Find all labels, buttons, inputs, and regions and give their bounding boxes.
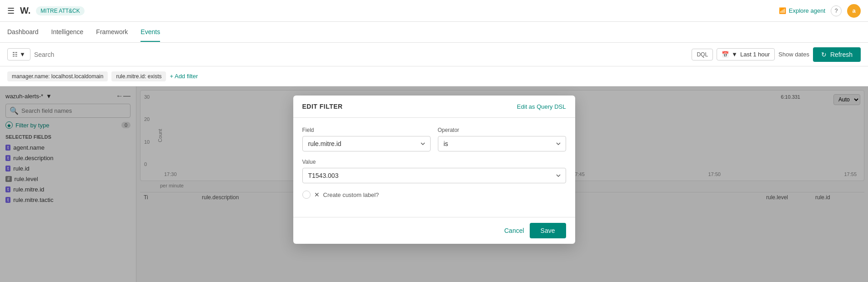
add-filter-button[interactable]: + Add filter [170,73,198,80]
custom-label-radio[interactable] [302,191,311,199]
modal-footer: Cancel Save [293,217,575,244]
operator-select[interactable]: is [438,136,566,151]
filter-chip-manager[interactable]: manager.name: localhost.localdomain [7,71,108,81]
nav-intelligence[interactable]: Intelligence [51,23,84,42]
operator-selector-wrap: Operator is [438,127,566,151]
field-operator-row: Field rule.mitre.id Operator is [302,127,566,151]
mitre-badge: MITRE ATT&CK [36,6,84,15]
close-custom-label-icon[interactable]: ✕ [314,191,320,198]
search-type-button[interactable]: ☷ ▼ [7,48,30,60]
search-bar: ☷ ▼ DQL 📅 ▼ Last 1 hour Show dates ↻ Ref… [0,43,868,66]
custom-label-row: ✕ Create custom label? [302,191,566,199]
field-selector-wrap: Field rule.mitre.id [302,127,431,151]
top-bar: ☰ W. MITRE ATT&CK 📶 Explore agent ? a [0,0,868,22]
filter-row: manager.name: localhost.localdomain rule… [0,66,868,86]
refresh-button[interactable]: ↻ Refresh [813,47,861,62]
date-label: Last 1 hour [740,51,770,58]
filter-chip-mitre[interactable]: rule.mitre.id: exists [111,71,166,81]
edit-as-query-dsl-button[interactable]: Edit as Query DSL [517,103,566,110]
help-icon[interactable]: ? [831,5,842,16]
avatar[interactable]: a [847,4,861,18]
field-select[interactable]: rule.mitre.id [302,136,431,151]
modal-overlay: EDIT FILTER Edit as Query DSL Field rule… [0,86,868,282]
cancel-button[interactable]: Cancel [504,227,524,234]
operator-label: Operator [438,127,566,133]
calendar-icon: 📅 [722,51,729,58]
refresh-icon: ↻ [821,51,827,58]
edit-filter-modal: EDIT FILTER Edit as Query DSL Field rule… [293,96,575,244]
nav-events[interactable]: Events [140,23,160,42]
value-select[interactable]: T1543.003 [302,168,566,183]
modal-header: EDIT FILTER Edit as Query DSL [293,96,575,118]
nav-framework[interactable]: Framework [96,23,128,42]
search-input[interactable] [34,51,688,58]
modal-title: EDIT FILTER [302,103,343,110]
date-selector[interactable]: 📅 ▼ Last 1 hour [717,48,775,60]
value-label: Value [302,159,566,165]
custom-label-text: Create custom label? [323,191,379,198]
content-area: wazuh-alerts-* ▼ ←― 🔍 ◆ Filter by type 0… [0,86,868,282]
chevron-down-icon: ▼ [732,51,738,58]
table-icon: ☷ [12,51,18,58]
modal-body: Field rule.mitre.id Operator is Value [293,118,575,217]
menu-icon[interactable]: ☰ [7,6,15,16]
show-dates-button[interactable]: Show dates [778,51,809,58]
field-label: Field [302,127,431,133]
save-button[interactable]: Save [530,223,566,238]
nav-dashboard[interactable]: Dashboard [7,23,39,42]
value-row: Value T1543.003 [302,159,566,183]
dql-button[interactable]: DQL [692,49,713,60]
chevron-down-icon: ▼ [20,51,25,58]
logo: W. [20,5,30,16]
main-nav: Dashboard Intelligence Framework Events [0,22,868,43]
explore-agent-button[interactable]: 📶 Explore agent [779,7,825,14]
search-input-wrap[interactable] [34,50,688,59]
wifi-icon: 📶 [779,7,786,14]
